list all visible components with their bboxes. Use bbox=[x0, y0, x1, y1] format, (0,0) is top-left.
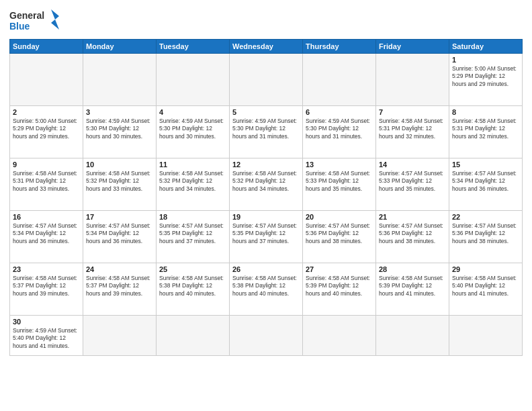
day-number: 25 bbox=[159, 265, 226, 273]
weekday-header-wednesday: Wednesday bbox=[230, 40, 303, 54]
day-info: Sunrise: 4:58 AM Sunset: 5:37 PM Dayligh… bbox=[13, 275, 80, 298]
calendar-cell: 17Sunrise: 4:57 AM Sunset: 5:34 PM Dayli… bbox=[83, 211, 157, 263]
calendar-week-3: 9Sunrise: 4:58 AM Sunset: 5:31 PM Daylig… bbox=[10, 158, 523, 211]
calendar-cell: 12Sunrise: 4:58 AM Sunset: 5:32 PM Dayli… bbox=[230, 158, 303, 211]
weekday-header-tuesday: Tuesday bbox=[157, 40, 230, 54]
calendar-cell: 18Sunrise: 4:57 AM Sunset: 5:35 PM Dayli… bbox=[157, 211, 230, 263]
day-number: 5 bbox=[232, 108, 300, 116]
calendar-cell: 15Sunrise: 4:57 AM Sunset: 5:34 PM Dayli… bbox=[449, 158, 523, 211]
day-number: 6 bbox=[306, 108, 373, 116]
calendar-cell: 25Sunrise: 4:58 AM Sunset: 5:38 PM Dayli… bbox=[157, 263, 230, 316]
calendar-cell: 14Sunrise: 4:57 AM Sunset: 5:33 PM Dayli… bbox=[376, 158, 449, 211]
day-info: Sunrise: 4:59 AM Sunset: 5:30 PM Dayligh… bbox=[86, 118, 153, 140]
day-number: 22 bbox=[452, 213, 519, 221]
calendar-cell: 21Sunrise: 4:57 AM Sunset: 5:36 PM Dayli… bbox=[376, 211, 449, 263]
calendar-cell: 27Sunrise: 4:58 AM Sunset: 5:39 PM Dayli… bbox=[303, 263, 376, 316]
day-info: Sunrise: 4:57 AM Sunset: 5:33 PM Dayligh… bbox=[379, 170, 446, 193]
calendar-cell: 28Sunrise: 4:58 AM Sunset: 5:39 PM Dayli… bbox=[376, 263, 449, 316]
day-number: 8 bbox=[452, 108, 519, 116]
day-info: Sunrise: 4:58 AM Sunset: 5:31 PM Dayligh… bbox=[452, 118, 519, 140]
calendar-cell bbox=[83, 316, 157, 356]
day-number: 20 bbox=[306, 213, 373, 221]
day-info: Sunrise: 4:58 AM Sunset: 5:39 PM Dayligh… bbox=[379, 275, 446, 298]
day-info: Sunrise: 4:58 AM Sunset: 5:31 PM Dayligh… bbox=[13, 170, 80, 193]
calendar-cell: 23Sunrise: 4:58 AM Sunset: 5:37 PM Dayli… bbox=[10, 263, 83, 316]
day-number: 27 bbox=[306, 265, 373, 273]
calendar-cell bbox=[83, 54, 157, 106]
calendar-cell: 29Sunrise: 4:58 AM Sunset: 5:40 PM Dayli… bbox=[449, 263, 523, 316]
day-number: 14 bbox=[379, 161, 446, 169]
svg-text:Blue: Blue bbox=[9, 21, 30, 32]
calendar-cell bbox=[303, 316, 376, 356]
calendar-cell bbox=[10, 54, 83, 106]
calendar-week-4: 16Sunrise: 4:57 AM Sunset: 5:34 PM Dayli… bbox=[10, 211, 523, 263]
calendar-cell: 16Sunrise: 4:57 AM Sunset: 5:34 PM Dayli… bbox=[10, 211, 83, 263]
calendar-cell: 4Sunrise: 4:59 AM Sunset: 5:30 PM Daylig… bbox=[157, 106, 230, 158]
day-info: Sunrise: 4:57 AM Sunset: 5:36 PM Dayligh… bbox=[379, 222, 446, 245]
day-info: Sunrise: 4:58 AM Sunset: 5:38 PM Dayligh… bbox=[159, 275, 226, 298]
day-info: Sunrise: 4:58 AM Sunset: 5:33 PM Dayligh… bbox=[306, 170, 373, 193]
weekday-header-monday: Monday bbox=[83, 40, 157, 54]
day-number: 2 bbox=[13, 108, 80, 116]
day-info: Sunrise: 5:00 AM Sunset: 5:29 PM Dayligh… bbox=[452, 65, 519, 88]
calendar-cell bbox=[157, 54, 230, 106]
day-info: Sunrise: 4:58 AM Sunset: 5:32 PM Dayligh… bbox=[86, 170, 153, 193]
day-number: 19 bbox=[232, 213, 300, 221]
svg-marker-2 bbox=[51, 9, 59, 30]
weekday-header-sunday: Sunday bbox=[10, 40, 83, 54]
day-info: Sunrise: 4:58 AM Sunset: 5:31 PM Dayligh… bbox=[379, 118, 446, 140]
day-number: 23 bbox=[13, 265, 80, 273]
day-info: Sunrise: 4:57 AM Sunset: 5:34 PM Dayligh… bbox=[452, 170, 519, 193]
logo-icon: GeneralBlue bbox=[9, 7, 63, 34]
day-info: Sunrise: 4:57 AM Sunset: 5:36 PM Dayligh… bbox=[452, 222, 519, 245]
calendar-cell bbox=[376, 316, 449, 356]
header: GeneralBlue bbox=[9, 7, 523, 34]
calendar-cell: 24Sunrise: 4:58 AM Sunset: 5:37 PM Dayli… bbox=[83, 263, 157, 316]
day-number: 11 bbox=[159, 161, 226, 169]
day-number: 26 bbox=[232, 265, 300, 273]
calendar-cell: 11Sunrise: 4:58 AM Sunset: 5:32 PM Dayli… bbox=[157, 158, 230, 211]
day-number: 28 bbox=[379, 265, 446, 273]
calendar: SundayMondayTuesdayWednesdayThursdayFrid… bbox=[9, 39, 523, 356]
day-number: 30 bbox=[13, 318, 80, 326]
day-info: Sunrise: 4:59 AM Sunset: 5:30 PM Dayligh… bbox=[306, 118, 373, 140]
day-number: 24 bbox=[86, 265, 153, 273]
day-number: 1 bbox=[452, 56, 519, 64]
calendar-week-1: 1Sunrise: 5:00 AM Sunset: 5:29 PM Daylig… bbox=[10, 54, 523, 106]
day-number: 17 bbox=[86, 213, 153, 221]
calendar-week-6: 30Sunrise: 4:59 AM Sunset: 5:40 PM Dayli… bbox=[10, 316, 523, 356]
day-info: Sunrise: 5:00 AM Sunset: 5:29 PM Dayligh… bbox=[13, 118, 80, 140]
calendar-cell: 7Sunrise: 4:58 AM Sunset: 5:31 PM Daylig… bbox=[376, 106, 449, 158]
day-info: Sunrise: 4:58 AM Sunset: 5:32 PM Dayligh… bbox=[232, 170, 300, 193]
calendar-cell: 1Sunrise: 5:00 AM Sunset: 5:29 PM Daylig… bbox=[449, 54, 523, 106]
weekday-header-saturday: Saturday bbox=[449, 40, 523, 54]
calendar-cell: 30Sunrise: 4:59 AM Sunset: 5:40 PM Dayli… bbox=[10, 316, 83, 356]
calendar-cell bbox=[449, 316, 523, 356]
calendar-cell: 26Sunrise: 4:58 AM Sunset: 5:38 PM Dayli… bbox=[230, 263, 303, 316]
day-number: 29 bbox=[452, 265, 519, 273]
calendar-cell: 10Sunrise: 4:58 AM Sunset: 5:32 PM Dayli… bbox=[83, 158, 157, 211]
calendar-cell bbox=[376, 54, 449, 106]
day-number: 18 bbox=[159, 213, 226, 221]
day-info: Sunrise: 4:58 AM Sunset: 5:38 PM Dayligh… bbox=[232, 275, 300, 298]
calendar-cell bbox=[230, 316, 303, 356]
day-info: Sunrise: 4:57 AM Sunset: 5:36 PM Dayligh… bbox=[306, 222, 373, 245]
calendar-cell: 2Sunrise: 5:00 AM Sunset: 5:29 PM Daylig… bbox=[10, 106, 83, 158]
day-info: Sunrise: 4:59 AM Sunset: 5:30 PM Dayligh… bbox=[232, 118, 300, 140]
day-info: Sunrise: 4:58 AM Sunset: 5:37 PM Dayligh… bbox=[86, 275, 153, 298]
calendar-week-2: 2Sunrise: 5:00 AM Sunset: 5:29 PM Daylig… bbox=[10, 106, 523, 158]
day-number: 4 bbox=[159, 108, 226, 116]
calendar-cell bbox=[303, 54, 376, 106]
calendar-cell: 8Sunrise: 4:58 AM Sunset: 5:31 PM Daylig… bbox=[449, 106, 523, 158]
weekday-header-thursday: Thursday bbox=[303, 40, 376, 54]
calendar-cell: 19Sunrise: 4:57 AM Sunset: 5:35 PM Dayli… bbox=[230, 211, 303, 263]
day-number: 10 bbox=[86, 161, 153, 169]
weekday-header-friday: Friday bbox=[376, 40, 449, 54]
day-info: Sunrise: 4:58 AM Sunset: 5:32 PM Dayligh… bbox=[159, 170, 226, 193]
day-info: Sunrise: 4:58 AM Sunset: 5:39 PM Dayligh… bbox=[306, 275, 373, 298]
calendar-cell: 5Sunrise: 4:59 AM Sunset: 5:30 PM Daylig… bbox=[230, 106, 303, 158]
calendar-cell: 13Sunrise: 4:58 AM Sunset: 5:33 PM Dayli… bbox=[303, 158, 376, 211]
day-number: 15 bbox=[452, 161, 519, 169]
calendar-cell: 20Sunrise: 4:57 AM Sunset: 5:36 PM Dayli… bbox=[303, 211, 376, 263]
calendar-week-5: 23Sunrise: 4:58 AM Sunset: 5:37 PM Dayli… bbox=[10, 263, 523, 316]
